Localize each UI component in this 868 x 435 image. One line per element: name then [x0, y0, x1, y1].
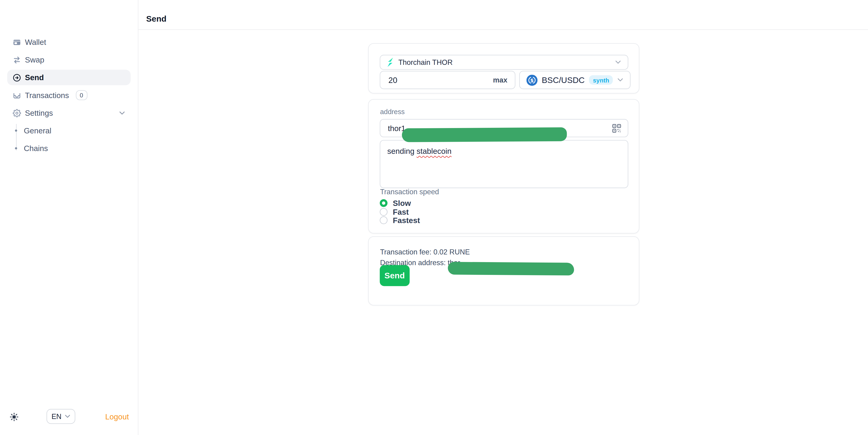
sun-icon	[9, 412, 19, 423]
inbox-icon	[13, 91, 21, 99]
chevron-down-icon	[615, 60, 621, 64]
details-card: address sending stablecoi	[368, 99, 639, 234]
app-window: KRYPTO B WIEDZA Send	[0, 0, 868, 435]
transaction-fee-text: Transaction fee: 0.02 RUNE	[380, 248, 470, 256]
speed-option-fast[interactable]: Fast	[380, 208, 628, 216]
radio-selected[interactable]	[380, 199, 387, 207]
sidebar-item-label: Swap	[25, 55, 44, 64]
send-arrow-icon	[13, 73, 21, 82]
qr-code-icon[interactable]	[612, 124, 621, 133]
language-select[interactable]: EN	[46, 409, 75, 424]
sidebar-item-label: Chains	[24, 144, 48, 153]
memo-textarea[interactable]: sending stablecoin	[380, 140, 628, 188]
chevron-down-icon	[617, 78, 623, 82]
sidebar-item-swap[interactable]: Swap	[7, 52, 131, 68]
transaction-speed-options: Slow Fast Fastest	[380, 199, 628, 225]
svg-text:$: $	[530, 77, 533, 83]
sidebar-item-settings[interactable]: Settings	[7, 105, 131, 121]
sidebar-nav: Wallet Swap Send	[0, 34, 138, 158]
sidebar-footer: EN Logout	[0, 410, 138, 435]
synth-badge: synth	[589, 75, 613, 85]
sidebar-item-send[interactable]: Send	[7, 70, 131, 85]
memo-text-misspelled: stablecoin	[416, 147, 452, 155]
settings-children-connector	[16, 124, 16, 150]
sidebar: Wallet Swap Send	[0, 0, 138, 435]
chevron-down-icon	[65, 414, 70, 418]
sidebar-item-wallet[interactable]: Wallet	[7, 34, 131, 50]
speed-option-fastest[interactable]: Fastest	[380, 216, 628, 225]
send-button[interactable]: Send	[380, 265, 410, 286]
page-title: Send	[146, 14, 166, 23]
radio-label: Fast	[393, 207, 409, 216]
transactions-count-badge: 0	[75, 90, 87, 100]
token-select-value: BSC/USDC	[541, 75, 585, 85]
language-label: EN	[51, 412, 61, 421]
max-button[interactable]: max	[493, 76, 507, 84]
radio-unselected[interactable]	[380, 208, 387, 216]
sidebar-item-label: Wallet	[25, 38, 46, 46]
memo-text: sending	[387, 147, 416, 155]
theme-toggle-button[interactable]	[9, 412, 19, 423]
amount-field: max	[380, 71, 515, 89]
sidebar-item-chains[interactable]: Chains	[7, 141, 131, 156]
address-label: address	[380, 108, 405, 116]
sidebar-item-label: Send	[25, 73, 44, 82]
sidebar-item-label: Transactions	[25, 91, 69, 100]
destination-redaction-scribble	[448, 262, 574, 275]
radio-label: Slow	[393, 199, 411, 208]
amount-input[interactable]	[387, 75, 493, 85]
wallet-icon	[13, 38, 21, 46]
swap-icon	[13, 56, 21, 64]
sidebar-item-transactions[interactable]: Transactions 0	[7, 87, 131, 103]
sidebar-item-general[interactable]: General	[7, 123, 131, 138]
radio-unselected[interactable]	[380, 217, 387, 224]
asset-card: Thorchain THOR max $ BSC/USDC	[368, 43, 639, 94]
logout-button[interactable]: Logout	[105, 412, 129, 421]
asset-select-value: Thorchain THOR	[398, 58, 453, 67]
radio-label: Fastest	[393, 216, 420, 225]
asset-select[interactable]: Thorchain THOR	[380, 55, 628, 70]
address-redaction-scribble	[402, 127, 567, 142]
chevron-down-icon	[119, 111, 125, 115]
summary-card: Transaction fee: 0.02 RUNE Destination a…	[368, 236, 639, 306]
transaction-speed-label: Transaction speed	[380, 188, 439, 196]
token-select[interactable]: $ BSC/USDC synth	[519, 71, 631, 89]
thorchain-icon	[387, 57, 394, 68]
speed-option-slow[interactable]: Slow	[380, 199, 628, 207]
sidebar-item-label: General	[24, 126, 51, 135]
gear-icon	[13, 109, 21, 117]
sidebar-item-label: Settings	[25, 108, 53, 117]
usdc-icon: $	[526, 74, 537, 86]
